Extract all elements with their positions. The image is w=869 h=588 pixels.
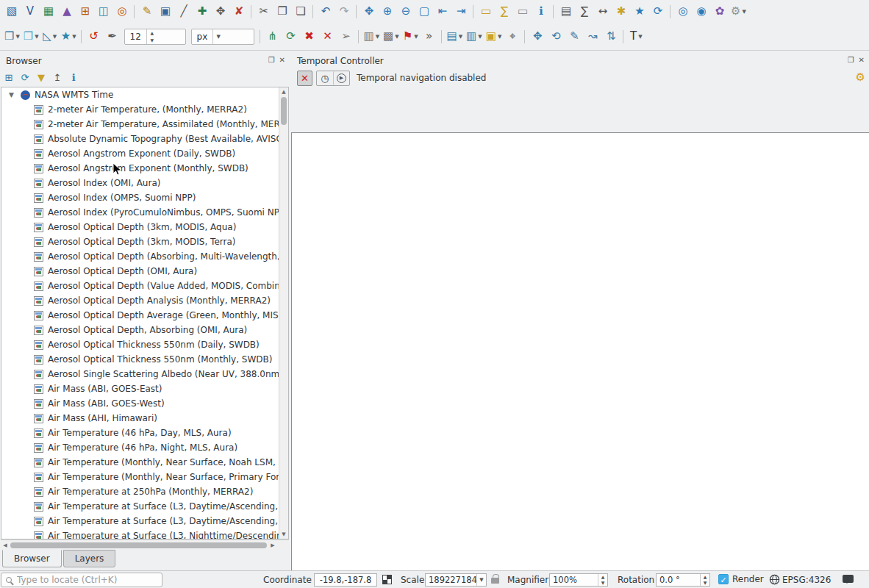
add-mesh-layer-button[interactable]: ▲: [58, 3, 76, 21]
map-tips-button[interactable]: ✱: [612, 3, 630, 21]
chevron-down-icon[interactable]: ▼: [414, 34, 418, 40]
tree-item[interactable]: Air Mass (ABI, GOES-West): [1, 396, 279, 411]
chevron-down-icon[interactable]: ▼: [476, 574, 486, 586]
font-size-input[interactable]: 12▲▼: [124, 29, 186, 45]
delete-ring-button[interactable]: ✖: [301, 28, 318, 46]
scroll-up-icon[interactable]: ▲: [279, 87, 288, 96]
chevron-down-icon[interactable]: ▼: [498, 34, 501, 40]
georeferencer-button[interactable]: ▩▼: [382, 28, 401, 46]
chevron-down-icon[interactable]: ▼: [212, 29, 223, 44]
float-panel-icon[interactable]: ❐: [848, 55, 854, 65]
tree-item[interactable]: Aerosol Optical Thickness 550nm (Monthly…: [1, 352, 279, 367]
horizontal-scrollbar[interactable]: ◀ ▶: [1, 539, 289, 550]
tree-item[interactable]: Air Temperature at Surface (L3, Daytime/…: [1, 514, 279, 528]
zoom-in-button[interactable]: ⊕: [379, 3, 396, 21]
layer-diagram-button[interactable]: ▥▼: [465, 28, 484, 46]
tree-item[interactable]: Aerosol Optical Thickness 550nm (Daily, …: [1, 337, 279, 352]
expand-arrow-icon[interactable]: ▼: [9, 91, 19, 98]
temporal-settings-gear-icon[interactable]: ⚙: [856, 71, 865, 84]
spin-arrows-icon[interactable]: ▲▼: [146, 29, 157, 44]
deselect-features-button[interactable]: ▭: [514, 3, 532, 21]
float-panel-icon[interactable]: ❐: [268, 55, 275, 65]
refresh-browser-button[interactable]: ⟳: [18, 70, 32, 85]
horizontal-scrollbar-thumb[interactable]: [10, 542, 267, 548]
toggle-extents-icon[interactable]: [382, 575, 392, 584]
chevron-down-icon[interactable]: ▼: [35, 34, 38, 40]
tree-item[interactable]: Air Temperature (Monthly, Near Surface, …: [1, 470, 279, 484]
tree-item[interactable]: Aerosol Optical Depth (3km, MODIS, Terra…: [1, 234, 279, 249]
add-vector-layer-button[interactable]: V: [21, 3, 39, 21]
processing-toolbox-button[interactable]: ⚙▼: [729, 3, 748, 21]
tree-item[interactable]: Aerosol Angstrom Exponent (Daily, SWDB): [1, 146, 279, 161]
new-map-view-button[interactable]: ❒▼: [3, 28, 21, 46]
map-canvas[interactable]: [291, 132, 869, 570]
tree-item[interactable]: Aerosol Optical Depth (Absorbing, Multi-…: [1, 249, 279, 264]
zoom-next-button[interactable]: ⇥: [452, 3, 470, 21]
undo-button[interactable]: ↶: [317, 3, 335, 21]
label-elevation-button[interactable]: ⇅: [602, 28, 620, 46]
tree-item[interactable]: Aerosol Optical Depth Analysis (Monthly,…: [1, 293, 279, 308]
delete-part-button[interactable]: ✕: [319, 28, 337, 46]
chevron-down-icon[interactable]: ▼: [72, 34, 76, 40]
tree-item[interactable]: Air Temperature (46 hPa, Night, MLS, Aur…: [1, 440, 279, 455]
lock-scale-icon[interactable]: [491, 578, 499, 584]
open-attribute-table-button[interactable]: ▤: [557, 3, 575, 21]
zoom-to-layer-button[interactable]: ◉: [693, 3, 710, 21]
vertex-tool-button[interactable]: ✥: [212, 3, 229, 21]
styling-panel-button[interactable]: ✿: [711, 3, 729, 21]
tree-item[interactable]: Absolute Dynamic Topography (Best Availa…: [1, 132, 279, 146]
layer-labeling-button[interactable]: ▤▼: [446, 28, 465, 46]
chevron-down-icon[interactable]: ▼: [395, 34, 398, 40]
collapse-all-button[interactable]: ↥: [50, 70, 65, 85]
chevron-down-icon[interactable]: ▼: [15, 34, 19, 40]
add-feature-button[interactable]: ✚: [193, 3, 211, 21]
scroll-down-icon[interactable]: ▼: [279, 530, 288, 539]
field-calculator-button[interactable]: ∑: [576, 3, 593, 21]
spin-arrows-icon[interactable]: ▲▼: [598, 574, 607, 586]
statistics-panel-button[interactable]: ▥▼: [362, 28, 382, 46]
chevron-down-icon[interactable]: ▼: [478, 34, 482, 40]
tree-item[interactable]: Aerosol Single Scattering Albedo (Near U…: [1, 367, 279, 381]
font-units-select[interactable]: px▼: [191, 29, 254, 45]
properties-widget-button[interactable]: ℹ: [66, 70, 81, 85]
reshape-features-button[interactable]: ➢: [337, 28, 355, 46]
move-label-button[interactable]: ✥: [529, 28, 546, 46]
tree-item[interactable]: Air Mass (ABI, GOES-East): [1, 381, 279, 396]
filter-browser-button[interactable]: ▼: [34, 70, 49, 85]
close-panel-icon[interactable]: ✕: [279, 55, 285, 65]
scroll-right-icon[interactable]: ▶: [268, 541, 277, 550]
zoom-to-selection-button[interactable]: ◎: [674, 3, 692, 21]
locate-search[interactable]: [1, 573, 162, 587]
tree-item[interactable]: Aerosol Index (OMPS, Suomi NPP): [1, 190, 279, 205]
scroll-left-icon[interactable]: ◀: [1, 541, 10, 550]
chevron-down-icon[interactable]: ▼: [459, 34, 462, 40]
coordinate-input[interactable]: [314, 573, 377, 587]
tree-item[interactable]: Aerosol Angstrom Exponent (Monthly, SWDB…: [1, 161, 279, 176]
tree-item[interactable]: Air Mass (AHI, Himawari): [1, 411, 279, 426]
paste-features-button[interactable]: ❏: [292, 3, 310, 21]
spin-arrows-icon[interactable]: ▲▼: [700, 574, 709, 586]
tree-item[interactable]: Air Temperature at Surface (L3, Nighttim…: [1, 528, 279, 539]
identify-features-button[interactable]: ℹ: [532, 3, 550, 21]
add-delimited-text-layer-button[interactable]: ⊞: [76, 3, 94, 21]
zoom-last-button[interactable]: ⇤: [434, 3, 451, 21]
tree-item[interactable]: 2-meter Air Temperature, Assimilated (Mo…: [1, 117, 279, 132]
rotation-spinner[interactable]: 0.0 ° ▲▼: [656, 573, 710, 587]
text-format-button[interactable]: T▼: [627, 28, 645, 46]
scale-combo[interactable]: 189227184 ▼: [425, 573, 487, 587]
pin-labels-button[interactable]: ⌖: [504, 28, 521, 46]
measure-line-button[interactable]: ↔: [594, 3, 612, 21]
locate-input[interactable]: [17, 575, 149, 585]
flag-button[interactable]: ⚑▼: [401, 28, 420, 46]
chevron-down-icon[interactable]: ▼: [53, 34, 57, 40]
zoom-out-button[interactable]: ⊖: [397, 3, 415, 21]
chevron-down-icon[interactable]: ▼: [376, 34, 379, 40]
tree-item[interactable]: Air Temperature (46 hPa, Day, MLS, Aura): [1, 426, 279, 440]
pinned-labels-button[interactable]: ▣▼: [484, 28, 504, 46]
chevron-down-icon[interactable]: ▼: [742, 9, 745, 15]
cut-features-button[interactable]: ✂: [255, 3, 273, 21]
elevation-profile-button[interactable]: ◺▼: [41, 28, 59, 46]
zoom-full-button[interactable]: ▢: [415, 3, 433, 21]
new-3d-map-view-button[interactable]: ❒▼: [22, 28, 40, 46]
crs-status-button[interactable]: EPSG:4326: [782, 575, 831, 585]
